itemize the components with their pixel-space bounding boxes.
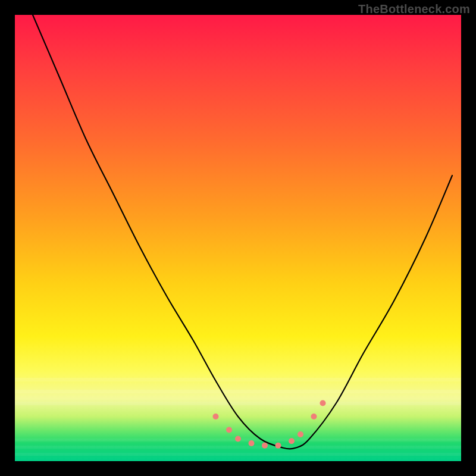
watermark-text: TheBottleneck.com (358, 2, 470, 16)
highlight-markers (213, 400, 326, 449)
curve-layer (15, 15, 461, 461)
marker-point (275, 443, 281, 449)
bottleneck-curve (33, 15, 452, 449)
chart-frame: TheBottleneck.com (0, 0, 476, 476)
marker-point (213, 414, 219, 419)
marker-point (262, 443, 268, 449)
marker-point (289, 438, 295, 444)
marker-point (235, 436, 241, 442)
marker-point (311, 414, 317, 419)
plot-area (15, 15, 461, 461)
marker-point (298, 431, 303, 437)
marker-point (320, 400, 326, 406)
marker-point (226, 427, 232, 433)
marker-point (249, 440, 255, 446)
